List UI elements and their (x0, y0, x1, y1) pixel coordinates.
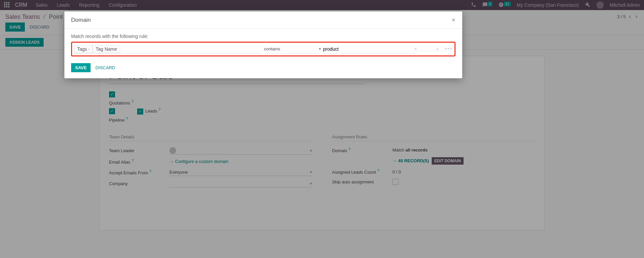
rule-value-input[interactable] (323, 46, 413, 52)
modal-discard-button[interactable]: DISCARD (95, 65, 115, 70)
modal-title: Domain (71, 17, 91, 24)
close-icon[interactable]: × (451, 16, 455, 24)
modal-save-button[interactable]: SAVE (71, 63, 91, 72)
chevron-down-icon: ▾ (319, 47, 321, 51)
add-rule-icon[interactable]: ＋ (435, 46, 440, 53)
modal-help-text: Match records with the following rule: (71, 34, 455, 39)
clear-icon[interactable]: × (414, 46, 417, 52)
more-icon[interactable]: ••• (445, 46, 452, 53)
chevron-right-icon: › (89, 47, 90, 51)
field-chip-tags[interactable]: Tags› (74, 45, 93, 53)
field-chip-tagname[interactable]: Tag Name (93, 45, 120, 53)
domain-modal: Domain × Match records with the followin… (64, 11, 462, 78)
rule-value-input-wrap: × (323, 45, 417, 53)
rule-row: Tags› Tag Name contains ▾ × ＋ ••• (71, 42, 455, 56)
rule-operator-select[interactable]: contains ▾ (264, 45, 321, 53)
rule-field-selector[interactable]: Tags› Tag Name (74, 45, 262, 53)
